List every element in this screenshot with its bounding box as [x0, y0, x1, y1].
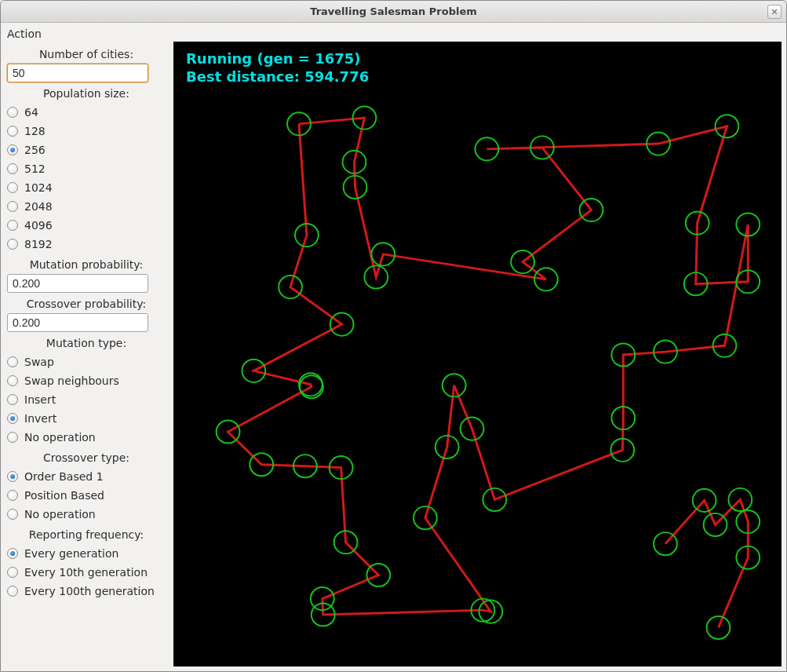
reporting-option-label: Every 100th generation [24, 585, 155, 597]
reporting-option-label: Every generation [24, 547, 118, 560]
crossover-type-group: Order Based 1Position BasedNo operation [7, 467, 166, 524]
titlebar: Travelling Salesman Problem ✕ [1, 1, 786, 23]
visualization-canvas: Running (gen = 1675) Best distance: 594.… [173, 42, 782, 667]
radio-icon [7, 239, 18, 250]
close-icon: ✕ [771, 7, 778, 17]
radio-icon [7, 107, 18, 118]
pop-size-option-label: 2048 [24, 200, 53, 213]
pop-size-group: 641282565121024204840968192 [7, 103, 166, 254]
mutation-prob-label: Mutation probability: [7, 258, 166, 271]
radio-icon [7, 567, 18, 578]
radio-icon [7, 490, 18, 501]
num-cities-label: Number of cities: [7, 48, 166, 60]
radio-icon [7, 182, 18, 193]
control-panel: Action Number of cities: Population size… [1, 23, 173, 671]
pop-size-option[interactable]: 2048 [7, 197, 166, 216]
pop-size-option-label: 512 [24, 163, 46, 175]
radio-icon [7, 471, 18, 482]
radio-icon [7, 144, 18, 155]
reporting-option[interactable]: Every generation [7, 544, 166, 563]
radio-icon [7, 509, 18, 520]
radio-icon [7, 220, 18, 231]
mutation-type-option[interactable]: Swap neighbours [7, 371, 166, 390]
pop-size-option-label: 64 [24, 106, 38, 119]
pop-size-option-label: 128 [24, 125, 46, 137]
pop-size-option-label: 1024 [24, 181, 53, 194]
crossover-prob-label: Crossover probability: [7, 298, 166, 310]
pop-size-option[interactable]: 512 [7, 159, 166, 178]
pop-size-option[interactable]: 4096 [7, 216, 166, 235]
mutation-type-option-label: Invert [24, 412, 56, 425]
mutation-type-option[interactable]: No operation [7, 428, 166, 447]
pop-size-option[interactable]: 128 [7, 122, 166, 141]
crossover-type-option[interactable]: No operation [7, 505, 166, 524]
mutation-type-option-label: Swap [24, 356, 54, 368]
radio-icon [7, 356, 18, 367]
radio-icon [7, 201, 18, 212]
reporting-label: Reporting frequency: [7, 528, 166, 541]
reporting-option[interactable]: Every 100th generation [7, 582, 166, 601]
radio-icon [7, 413, 18, 424]
mutation-type-group: SwapSwap neighboursInsertInvertNo operat… [7, 352, 166, 447]
radio-icon [7, 586, 18, 597]
pop-size-option-label: 4096 [24, 219, 53, 232]
pop-size-option[interactable]: 256 [7, 141, 166, 159]
mutation-type-option[interactable]: Insert [7, 390, 166, 409]
radio-icon [7, 394, 18, 405]
mutation-type-label: Mutation type: [7, 337, 166, 349]
crossover-type-option-label: Position Based [24, 489, 104, 502]
pop-size-option[interactable]: 64 [7, 103, 166, 122]
radio-icon [7, 375, 18, 386]
crossover-type-option[interactable]: Position Based [7, 486, 166, 505]
crossover-type-option[interactable]: Order Based 1 [7, 467, 166, 486]
window-body: Action Number of cities: Population size… [1, 23, 786, 671]
tour-svg [173, 42, 782, 667]
mutation-type-option-label: Swap neighbours [24, 374, 119, 387]
mutation-type-option-label: No operation [24, 431, 96, 444]
radio-icon [7, 163, 18, 174]
num-cities-input[interactable] [7, 64, 148, 82]
reporting-option-label: Every 10th generation [24, 566, 148, 579]
reporting-group: Every generationEvery 10th generationEve… [7, 544, 166, 601]
pop-size-option[interactable]: 8192 [7, 235, 166, 254]
mutation-prob-input[interactable] [7, 274, 148, 293]
crossover-type-option-label: Order Based 1 [24, 470, 104, 483]
mutation-type-option[interactable]: Invert [7, 409, 166, 428]
crossover-type-label: Crossover type: [7, 451, 166, 464]
window-title: Travelling Salesman Problem [310, 5, 477, 17]
pop-size-option-label: 256 [24, 144, 46, 156]
city-node [654, 532, 677, 555]
radio-icon [7, 432, 18, 443]
crossover-prob-input[interactable] [7, 313, 148, 332]
mutation-type-option[interactable]: Swap [7, 352, 166, 371]
mutation-type-option-label: Insert [24, 393, 56, 406]
reporting-option[interactable]: Every 10th generation [7, 563, 166, 582]
pop-size-option[interactable]: 1024 [7, 178, 166, 197]
cities-layer [217, 107, 760, 640]
close-button[interactable]: ✕ [767, 5, 782, 19]
crossover-type-option-label: No operation [24, 508, 96, 520]
menu-action[interactable]: Action [7, 26, 166, 43]
pop-size-option-label: 8192 [24, 238, 53, 250]
pop-size-label: Population size: [7, 87, 166, 100]
radio-icon [7, 126, 18, 137]
app-window: Travelling Salesman Problem ✕ Action Num… [0, 0, 787, 672]
tour-path [228, 118, 749, 627]
radio-icon [7, 548, 18, 559]
